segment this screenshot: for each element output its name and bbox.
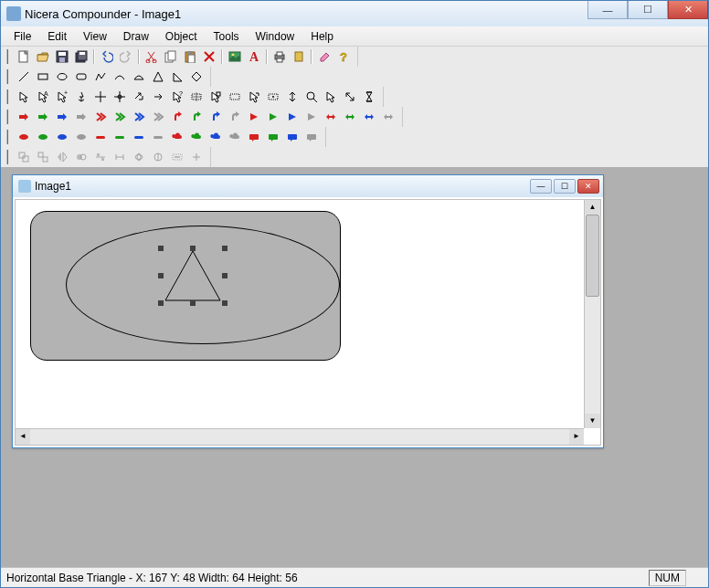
pointer-select-icon[interactable]: [322, 89, 340, 105]
arrow-10-icon[interactable]: [206, 109, 225, 125]
child-titlebar[interactable]: Image1 — ☐ ✕: [13, 175, 603, 197]
main-titlebar[interactable]: Nicera Compounder - Image1 — ☐ ✕: [1, 1, 708, 26]
sel-handle-s[interactable]: [190, 300, 196, 306]
pointer-plus-icon[interactable]: +: [53, 89, 71, 105]
pointer-help-icon[interactable]: ?: [168, 89, 186, 105]
arrow-12-icon[interactable]: [245, 109, 263, 125]
save-all-icon[interactable]: [72, 48, 90, 65]
scroll-up-icon[interactable]: ▲: [585, 200, 600, 215]
distribute-icon[interactable]: [130, 149, 148, 165]
arrow-0-icon[interactable]: [15, 109, 33, 125]
child-minimize-button[interactable]: —: [530, 179, 552, 194]
callout-9-icon[interactable]: [187, 129, 206, 145]
menu-view[interactable]: View: [76, 28, 114, 45]
callout-10-icon[interactable]: [206, 129, 225, 145]
undo-icon[interactable]: [98, 48, 116, 65]
pointer-move-icon[interactable]: [245, 89, 263, 105]
circle-split-icon[interactable]: [149, 149, 167, 165]
sel-handle-sw[interactable]: [158, 300, 164, 306]
arrow-15-icon[interactable]: [302, 109, 321, 125]
text-icon[interactable]: A: [245, 48, 263, 65]
delete-icon[interactable]: [200, 48, 218, 65]
callout-5-icon[interactable]: [111, 129, 129, 145]
callout-15-icon[interactable]: [302, 129, 321, 145]
callout-2-icon[interactable]: [53, 129, 71, 145]
maximize-button[interactable]: ☐: [628, 1, 668, 19]
zoom-in-icon[interactable]: [302, 89, 321, 105]
select-box-3-icon[interactable]: [264, 89, 282, 105]
tool-chord-icon[interactable]: [130, 68, 148, 85]
menu-draw[interactable]: Draw: [116, 28, 156, 45]
tool-line-icon[interactable]: [15, 68, 33, 85]
sel-handle-se[interactable]: [222, 300, 228, 306]
tool-diamond-icon[interactable]: [187, 68, 206, 85]
text-cursor-icon[interactable]: A: [34, 89, 52, 105]
child-close-button[interactable]: ✕: [577, 179, 599, 194]
close-button[interactable]: ✕: [668, 1, 708, 19]
sel-handle-ne[interactable]: [222, 246, 228, 251]
arrow-9-icon[interactable]: [187, 109, 206, 125]
arrow-1-icon[interactable]: [34, 109, 52, 125]
pointer-group-icon[interactable]: [206, 89, 225, 105]
hand-move-icon[interactable]: [72, 89, 90, 105]
eraser-icon[interactable]: [315, 48, 333, 65]
callout-6-icon[interactable]: [130, 129, 148, 145]
scroll-down-icon[interactable]: ▼: [585, 414, 600, 428]
select-box-2-icon[interactable]: [226, 89, 244, 105]
pointer-icon[interactable]: [15, 89, 33, 105]
help-icon[interactable]: ?: [334, 48, 353, 65]
child-maximize-button[interactable]: ☐: [554, 179, 576, 194]
arrow-19-icon[interactable]: [379, 109, 397, 125]
callout-8-icon[interactable]: [168, 129, 186, 145]
arrow-17-icon[interactable]: [341, 109, 359, 125]
group-icon[interactable]: [15, 149, 33, 165]
callout-14-icon[interactable]: [283, 129, 302, 145]
tool-polyline-icon[interactable]: [91, 68, 110, 85]
horizontal-scrollbar[interactable]: ◄ ►: [16, 428, 584, 445]
print-icon[interactable]: [270, 48, 289, 65]
menu-window[interactable]: Window: [249, 28, 302, 45]
rotate-handle-icon[interactable]: [130, 89, 148, 105]
align-v-icon[interactable]: [111, 149, 129, 165]
scroll-right-icon[interactable]: ►: [569, 429, 584, 445]
arrow-11-icon[interactable]: [226, 109, 244, 125]
menu-object[interactable]: Object: [158, 28, 205, 45]
rotate-icon[interactable]: [290, 48, 308, 65]
scroll-left-icon[interactable]: ◄: [16, 429, 30, 445]
callout-0-icon[interactable]: [15, 129, 33, 145]
edit-point-icon[interactable]: [111, 89, 129, 105]
callout-3-icon[interactable]: [72, 129, 90, 145]
arrow-14-icon[interactable]: [283, 109, 302, 125]
connect-icon[interactable]: [149, 89, 167, 105]
save-icon[interactable]: [53, 48, 71, 65]
callout-13-icon[interactable]: [264, 129, 282, 145]
sel-handle-n[interactable]: [190, 246, 196, 251]
tool-roundrect-icon[interactable]: [72, 68, 90, 85]
callout-7-icon[interactable]: [149, 129, 167, 145]
callout-1-icon[interactable]: [34, 129, 52, 145]
arrow-3-icon[interactable]: [72, 109, 90, 125]
arrow-18-icon[interactable]: [360, 109, 378, 125]
callout-12-icon[interactable]: [245, 129, 263, 145]
flip-h-icon[interactable]: [53, 149, 71, 165]
arrow-5-icon[interactable]: [111, 109, 129, 125]
canvas[interactable]: [16, 200, 584, 428]
arrow-7-icon[interactable]: [149, 109, 167, 125]
vertical-scrollbar[interactable]: ▲ ▼: [584, 200, 600, 428]
snap-icon[interactable]: [187, 149, 206, 165]
tool-triangle-icon[interactable]: [149, 68, 167, 85]
menu-help[interactable]: Help: [303, 28, 341, 45]
menu-file[interactable]: File: [6, 28, 38, 45]
tool-arc-icon[interactable]: [111, 68, 129, 85]
new-icon[interactable]: [15, 48, 33, 65]
scroll-thumb-v[interactable]: [586, 215, 599, 297]
resize-corner-icon[interactable]: [341, 89, 359, 105]
tool-ellipse-icon[interactable]: [53, 68, 71, 85]
ungroup-icon[interactable]: [34, 149, 52, 165]
arrow-8-icon[interactable]: [168, 109, 186, 125]
cut-icon[interactable]: [143, 48, 161, 65]
flip-v-icon[interactable]: [72, 149, 90, 165]
sel-handle-nw[interactable]: [158, 246, 164, 251]
minimize-button[interactable]: —: [587, 1, 628, 19]
crosshair-icon[interactable]: [91, 89, 110, 105]
